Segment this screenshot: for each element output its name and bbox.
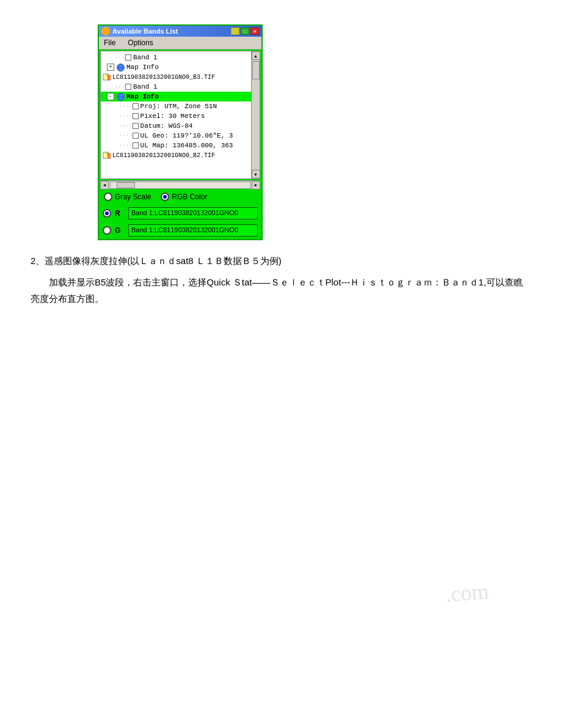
rgb-radio-btn[interactable]: [161, 193, 169, 201]
menu-file[interactable]: File: [101, 38, 118, 48]
tree-row: LC811903820132001GNO0_B2.TIF: [101, 150, 260, 160]
tree-view: ··· Band 1 + Map Info: [100, 51, 260, 179]
proj-label: Proj: UTM, Zone 51N: [140, 103, 217, 110]
titlebar-left: Available Bands List: [101, 27, 178, 35]
svg-rect-5: [108, 75, 111, 80]
tree-row-highlighted: - Map Info: [101, 92, 260, 101]
window-controls: _ □ ×: [231, 28, 259, 35]
vertical-scrollbar[interactable]: ▲ ▼: [251, 51, 260, 178]
tree-line4: ····: [119, 113, 133, 119]
g-band-dropdown[interactable]: Band 1:LC811903820132001GNO0: [128, 224, 258, 237]
rgb-label: RGB Color: [172, 193, 207, 201]
heading-text: 2、遥感图像得灰度拉伸(以Ｌａｎｄsat8 Ｌ１Ｂ数据Ｂ５为例): [31, 252, 531, 269]
tree-row: ···· Datum: WGS-84: [101, 121, 260, 131]
expand-mapinfo-b2[interactable]: -: [107, 93, 114, 100]
band-g-row: G Band 1:LC811903820132001GNO0: [99, 222, 261, 239]
scroll-thumb-v[interactable]: [252, 61, 260, 79]
g-radio[interactable]: [103, 226, 111, 235]
band1-b3-label: Band 1: [133, 54, 158, 61]
tree-line6: ····: [119, 133, 133, 139]
close-button[interactable]: ×: [250, 28, 259, 35]
tree-row: ···· UL Geo: 119?'10.06"E, 3: [101, 131, 260, 141]
r-channel-label: R: [115, 209, 125, 218]
maximize-button[interactable]: □: [241, 28, 249, 35]
scroll-up-arrow[interactable]: ▲: [252, 51, 260, 60]
r-band-value: Band 1:LC811903820132001GNO0: [131, 209, 238, 216]
available-bands-window: Available Bands List _ □ × File Options …: [98, 24, 263, 240]
checkbox-proj[interactable]: [133, 103, 139, 109]
checkbox-ulmap[interactable]: [133, 142, 139, 149]
menu-options[interactable]: Options: [125, 38, 155, 48]
r-radio-btn[interactable]: [103, 209, 111, 218]
tree-row: ··· Band 1: [101, 53, 260, 62]
window-title: Available Bands List: [112, 28, 178, 35]
g-band-value: Band 1:LC811903820132001GNO0: [131, 226, 238, 233]
tree-row: ···· UL Map: 136485.000, 363: [101, 141, 260, 150]
tree-row: + Map Info: [101, 62, 260, 72]
g-radio-btn[interactable]: [103, 226, 111, 235]
checkbox-band1-b2[interactable]: [125, 84, 131, 90]
r-band-dropdown[interactable]: Band 1:LC811903820132001GNO0: [128, 207, 258, 219]
globe-icon-2: [116, 92, 125, 101]
minimize-button[interactable]: _: [231, 28, 239, 35]
tree-line2: ···: [114, 84, 125, 90]
file-icon-b3: [102, 73, 111, 81]
horizontal-scrollbar[interactable]: ◄ ►: [100, 180, 260, 189]
globe-icon: [116, 63, 125, 72]
tree-line: ···: [114, 54, 125, 61]
scroll-down-arrow[interactable]: ▼: [252, 170, 260, 178]
tree-row: LC811903820132001GNO0_B3.TIF: [101, 72, 260, 82]
grayscale-radio-btn[interactable]: [104, 193, 112, 201]
tree-inner: ··· Band 1 + Map Info: [101, 51, 260, 161]
pixel-label: Pixel: 30 Meters: [140, 112, 205, 120]
file-b2-label: LC811903820132001GNO0_B2.TIF: [112, 152, 215, 159]
paragraph1: 加载并显示B5波段，右击主窗口，选择Quick Ｓtat——ＳｅｌｅｃｔPlot…: [31, 274, 531, 307]
scroll-right-arrow[interactable]: ►: [252, 181, 260, 189]
tree-row: ···· Pixel: 30 Meters: [101, 111, 260, 121]
radio-row: Gray Scale RGB Color: [99, 189, 261, 205]
titlebar-icon: [101, 27, 110, 35]
r-radio[interactable]: [103, 209, 111, 218]
ulgeo-label: UL Geo: 119?'10.06"E, 3: [140, 132, 233, 139]
tree-row: ··· Band 1: [101, 82, 260, 92]
checkbox-band1-b3[interactable]: [125, 54, 131, 61]
file-icon-b2: [102, 151, 111, 160]
tree-line7: ····: [119, 142, 133, 149]
expand-mapinfo-b3[interactable]: +: [107, 64, 114, 71]
watermark: .com: [444, 578, 489, 608]
g-channel-label: G: [115, 226, 125, 235]
text-section: 2、遥感图像得灰度拉伸(以Ｌａｎｄsat8 Ｌ１Ｂ数据Ｂ５为例) 加载并显示B5…: [24, 252, 538, 307]
ulmap-label: UL Map: 136485.000, 363: [140, 142, 233, 149]
tree-line3: ····: [119, 103, 133, 109]
checkbox-ulgeo[interactable]: [133, 133, 139, 139]
datum-label: Datum: WGS-84: [140, 122, 193, 130]
grayscale-radio[interactable]: Gray Scale: [104, 193, 151, 201]
menu-bar: File Options: [99, 37, 261, 50]
svg-rect-11: [108, 153, 111, 158]
band1-b2-label: Band 1: [133, 83, 158, 90]
grayscale-label: Gray Scale: [115, 193, 151, 201]
mapinfo-b3-label: Map Info: [126, 64, 159, 71]
window-titlebar: Available Bands List _ □ ×: [99, 26, 261, 37]
mapinfo-b2-label: Map Info: [126, 93, 159, 100]
checkbox-pixel[interactable]: [133, 113, 139, 119]
tree-row: ···· Proj: UTM, Zone 51N: [101, 101, 260, 111]
rgb-radio[interactable]: RGB Color: [161, 193, 207, 201]
band-r-row: R Band 1:LC811903820132001GNO0: [99, 205, 261, 222]
tree-line5: ····: [119, 123, 133, 129]
scroll-track-h: [110, 182, 250, 189]
scroll-thumb-h[interactable]: [117, 182, 135, 188]
scroll-left-arrow[interactable]: ◄: [100, 181, 109, 189]
file-b3-label: LC811903820132001GNO0_B3.TIF: [112, 74, 215, 81]
checkbox-datum[interactable]: [133, 123, 139, 129]
